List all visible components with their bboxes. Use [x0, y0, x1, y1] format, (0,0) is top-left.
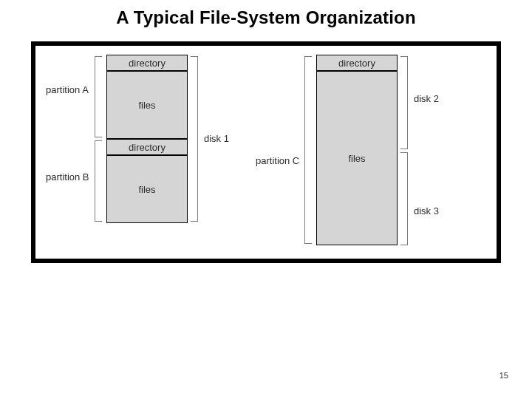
label-partition-a: partition A: [46, 84, 89, 95]
brace-partition-a: [95, 56, 102, 137]
slide: A Typical File-System Organization parti…: [0, 0, 532, 399]
page-number: 15: [499, 371, 508, 380]
diagram-frame: partition A partition B directory files …: [31, 41, 501, 263]
brace-partition-b: [95, 140, 102, 222]
box-partition-c-files: files: [316, 71, 398, 245]
box-partition-b-files: files: [106, 155, 188, 223]
slide-title: A Typical File-System Organization: [0, 7, 532, 28]
brace-disk-3: [400, 152, 408, 245]
brace-partition-c: [304, 56, 312, 244]
label-partition-b: partition B: [46, 171, 89, 183]
box-partition-c-directory: directory: [316, 55, 398, 71]
label-disk-3: disk 3: [414, 205, 439, 216]
box-partition-a-directory: directory: [106, 55, 188, 71]
brace-disk-1: [191, 56, 198, 222]
box-partition-a-files: files: [106, 71, 188, 139]
box-partition-b-directory: directory: [106, 139, 188, 155]
brace-disk-2: [400, 56, 408, 149]
label-disk-1: disk 1: [204, 133, 229, 144]
label-partition-c: partition C: [256, 155, 299, 166]
label-disk-2: disk 2: [414, 93, 439, 104]
